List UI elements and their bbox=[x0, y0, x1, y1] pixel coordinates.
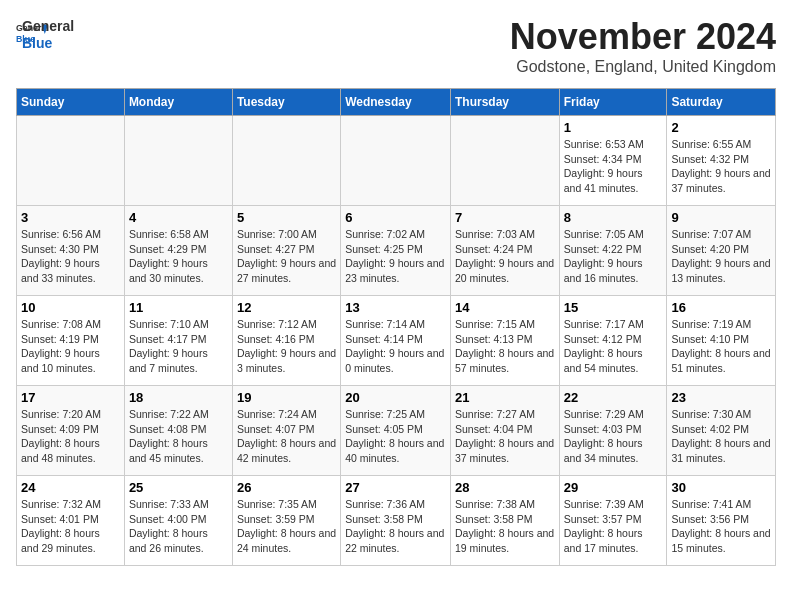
calendar-cell bbox=[341, 116, 451, 206]
weekday-header-tuesday: Tuesday bbox=[232, 89, 340, 116]
calendar-cell bbox=[232, 116, 340, 206]
calendar-cell: 8Sunrise: 7:05 AM Sunset: 4:22 PM Daylig… bbox=[559, 206, 667, 296]
calendar-cell: 16Sunrise: 7:19 AM Sunset: 4:10 PM Dayli… bbox=[667, 296, 776, 386]
day-number: 12 bbox=[237, 300, 336, 315]
calendar-cell: 9Sunrise: 7:07 AM Sunset: 4:20 PM Daylig… bbox=[667, 206, 776, 296]
day-info: Sunrise: 7:14 AM Sunset: 4:14 PM Dayligh… bbox=[345, 317, 446, 376]
day-info: Sunrise: 7:08 AM Sunset: 4:19 PM Dayligh… bbox=[21, 317, 120, 376]
calendar-week-2: 10Sunrise: 7:08 AM Sunset: 4:19 PM Dayli… bbox=[17, 296, 776, 386]
day-number: 23 bbox=[671, 390, 771, 405]
day-info: Sunrise: 7:25 AM Sunset: 4:05 PM Dayligh… bbox=[345, 407, 446, 466]
calendar-cell: 4Sunrise: 6:58 AM Sunset: 4:29 PM Daylig… bbox=[124, 206, 232, 296]
calendar-cell: 22Sunrise: 7:29 AM Sunset: 4:03 PM Dayli… bbox=[559, 386, 667, 476]
day-number: 6 bbox=[345, 210, 446, 225]
day-info: Sunrise: 7:39 AM Sunset: 3:57 PM Dayligh… bbox=[564, 497, 663, 556]
calendar-week-0: 1Sunrise: 6:53 AM Sunset: 4:34 PM Daylig… bbox=[17, 116, 776, 206]
day-info: Sunrise: 7:30 AM Sunset: 4:02 PM Dayligh… bbox=[671, 407, 771, 466]
calendar-cell: 23Sunrise: 7:30 AM Sunset: 4:02 PM Dayli… bbox=[667, 386, 776, 476]
weekday-header-wednesday: Wednesday bbox=[341, 89, 451, 116]
day-info: Sunrise: 7:27 AM Sunset: 4:04 PM Dayligh… bbox=[455, 407, 555, 466]
weekday-header-monday: Monday bbox=[124, 89, 232, 116]
day-number: 20 bbox=[345, 390, 446, 405]
day-info: Sunrise: 6:58 AM Sunset: 4:29 PM Dayligh… bbox=[129, 227, 228, 286]
day-info: Sunrise: 7:12 AM Sunset: 4:16 PM Dayligh… bbox=[237, 317, 336, 376]
weekday-header-friday: Friday bbox=[559, 89, 667, 116]
calendar-table: SundayMondayTuesdayWednesdayThursdayFrid… bbox=[16, 88, 776, 566]
calendar-cell bbox=[17, 116, 125, 206]
location-title: Godstone, England, United Kingdom bbox=[510, 58, 776, 76]
calendar-cell bbox=[124, 116, 232, 206]
day-info: Sunrise: 7:17 AM Sunset: 4:12 PM Dayligh… bbox=[564, 317, 663, 376]
calendar-week-4: 24Sunrise: 7:32 AM Sunset: 4:01 PM Dayli… bbox=[17, 476, 776, 566]
day-info: Sunrise: 7:32 AM Sunset: 4:01 PM Dayligh… bbox=[21, 497, 120, 556]
title-block: November 2024 Godstone, England, United … bbox=[510, 16, 776, 76]
calendar-cell: 24Sunrise: 7:32 AM Sunset: 4:01 PM Dayli… bbox=[17, 476, 125, 566]
day-number: 9 bbox=[671, 210, 771, 225]
calendar-cell: 25Sunrise: 7:33 AM Sunset: 4:00 PM Dayli… bbox=[124, 476, 232, 566]
day-number: 14 bbox=[455, 300, 555, 315]
day-number: 10 bbox=[21, 300, 120, 315]
day-number: 17 bbox=[21, 390, 120, 405]
calendar-cell: 27Sunrise: 7:36 AM Sunset: 3:58 PM Dayli… bbox=[341, 476, 451, 566]
day-info: Sunrise: 7:22 AM Sunset: 4:08 PM Dayligh… bbox=[129, 407, 228, 466]
month-title: November 2024 bbox=[510, 16, 776, 58]
weekday-header-sunday: Sunday bbox=[17, 89, 125, 116]
day-info: Sunrise: 7:41 AM Sunset: 3:56 PM Dayligh… bbox=[671, 497, 771, 556]
day-info: Sunrise: 6:53 AM Sunset: 4:34 PM Dayligh… bbox=[564, 137, 663, 196]
calendar-cell: 11Sunrise: 7:10 AM Sunset: 4:17 PM Dayli… bbox=[124, 296, 232, 386]
day-number: 19 bbox=[237, 390, 336, 405]
day-number: 1 bbox=[564, 120, 663, 135]
day-number: 18 bbox=[129, 390, 228, 405]
day-info: Sunrise: 7:20 AM Sunset: 4:09 PM Dayligh… bbox=[21, 407, 120, 466]
day-info: Sunrise: 7:19 AM Sunset: 4:10 PM Dayligh… bbox=[671, 317, 771, 376]
calendar-cell: 21Sunrise: 7:27 AM Sunset: 4:04 PM Dayli… bbox=[450, 386, 559, 476]
day-info: Sunrise: 7:00 AM Sunset: 4:27 PM Dayligh… bbox=[237, 227, 336, 286]
calendar-cell: 14Sunrise: 7:15 AM Sunset: 4:13 PM Dayli… bbox=[450, 296, 559, 386]
calendar-cell: 26Sunrise: 7:35 AM Sunset: 3:59 PM Dayli… bbox=[232, 476, 340, 566]
day-info: Sunrise: 6:55 AM Sunset: 4:32 PM Dayligh… bbox=[671, 137, 771, 196]
calendar-cell: 1Sunrise: 6:53 AM Sunset: 4:34 PM Daylig… bbox=[559, 116, 667, 206]
calendar-cell: 2Sunrise: 6:55 AM Sunset: 4:32 PM Daylig… bbox=[667, 116, 776, 206]
calendar-header-row: SundayMondayTuesdayWednesdayThursdayFrid… bbox=[17, 89, 776, 116]
day-number: 29 bbox=[564, 480, 663, 495]
calendar-week-1: 3Sunrise: 6:56 AM Sunset: 4:30 PM Daylig… bbox=[17, 206, 776, 296]
day-info: Sunrise: 7:33 AM Sunset: 4:00 PM Dayligh… bbox=[129, 497, 228, 556]
logo-blue: Blue bbox=[22, 35, 74, 52]
day-info: Sunrise: 7:05 AM Sunset: 4:22 PM Dayligh… bbox=[564, 227, 663, 286]
page-header: General Blue General Blue November 2024 … bbox=[16, 16, 776, 76]
calendar-cell: 29Sunrise: 7:39 AM Sunset: 3:57 PM Dayli… bbox=[559, 476, 667, 566]
day-number: 8 bbox=[564, 210, 663, 225]
day-number: 30 bbox=[671, 480, 771, 495]
logo-general: General bbox=[22, 18, 74, 35]
calendar-cell: 6Sunrise: 7:02 AM Sunset: 4:25 PM Daylig… bbox=[341, 206, 451, 296]
day-info: Sunrise: 7:24 AM Sunset: 4:07 PM Dayligh… bbox=[237, 407, 336, 466]
day-number: 4 bbox=[129, 210, 228, 225]
calendar-cell: 15Sunrise: 7:17 AM Sunset: 4:12 PM Dayli… bbox=[559, 296, 667, 386]
calendar-cell: 17Sunrise: 7:20 AM Sunset: 4:09 PM Dayli… bbox=[17, 386, 125, 476]
calendar-cell: 12Sunrise: 7:12 AM Sunset: 4:16 PM Dayli… bbox=[232, 296, 340, 386]
day-info: Sunrise: 7:36 AM Sunset: 3:58 PM Dayligh… bbox=[345, 497, 446, 556]
day-info: Sunrise: 7:03 AM Sunset: 4:24 PM Dayligh… bbox=[455, 227, 555, 286]
day-number: 21 bbox=[455, 390, 555, 405]
calendar-cell: 7Sunrise: 7:03 AM Sunset: 4:24 PM Daylig… bbox=[450, 206, 559, 296]
day-info: Sunrise: 7:02 AM Sunset: 4:25 PM Dayligh… bbox=[345, 227, 446, 286]
weekday-header-thursday: Thursday bbox=[450, 89, 559, 116]
day-number: 2 bbox=[671, 120, 771, 135]
logo: General Blue General Blue bbox=[16, 16, 74, 52]
day-info: Sunrise: 7:35 AM Sunset: 3:59 PM Dayligh… bbox=[237, 497, 336, 556]
calendar-cell: 18Sunrise: 7:22 AM Sunset: 4:08 PM Dayli… bbox=[124, 386, 232, 476]
day-number: 26 bbox=[237, 480, 336, 495]
day-number: 24 bbox=[21, 480, 120, 495]
day-info: Sunrise: 7:15 AM Sunset: 4:13 PM Dayligh… bbox=[455, 317, 555, 376]
day-number: 16 bbox=[671, 300, 771, 315]
day-number: 28 bbox=[455, 480, 555, 495]
day-info: Sunrise: 7:10 AM Sunset: 4:17 PM Dayligh… bbox=[129, 317, 228, 376]
calendar-cell: 3Sunrise: 6:56 AM Sunset: 4:30 PM Daylig… bbox=[17, 206, 125, 296]
calendar-cell: 5Sunrise: 7:00 AM Sunset: 4:27 PM Daylig… bbox=[232, 206, 340, 296]
day-number: 22 bbox=[564, 390, 663, 405]
day-info: Sunrise: 7:07 AM Sunset: 4:20 PM Dayligh… bbox=[671, 227, 771, 286]
weekday-header-saturday: Saturday bbox=[667, 89, 776, 116]
calendar-cell: 30Sunrise: 7:41 AM Sunset: 3:56 PM Dayli… bbox=[667, 476, 776, 566]
day-info: Sunrise: 6:56 AM Sunset: 4:30 PM Dayligh… bbox=[21, 227, 120, 286]
calendar-cell: 13Sunrise: 7:14 AM Sunset: 4:14 PM Dayli… bbox=[341, 296, 451, 386]
